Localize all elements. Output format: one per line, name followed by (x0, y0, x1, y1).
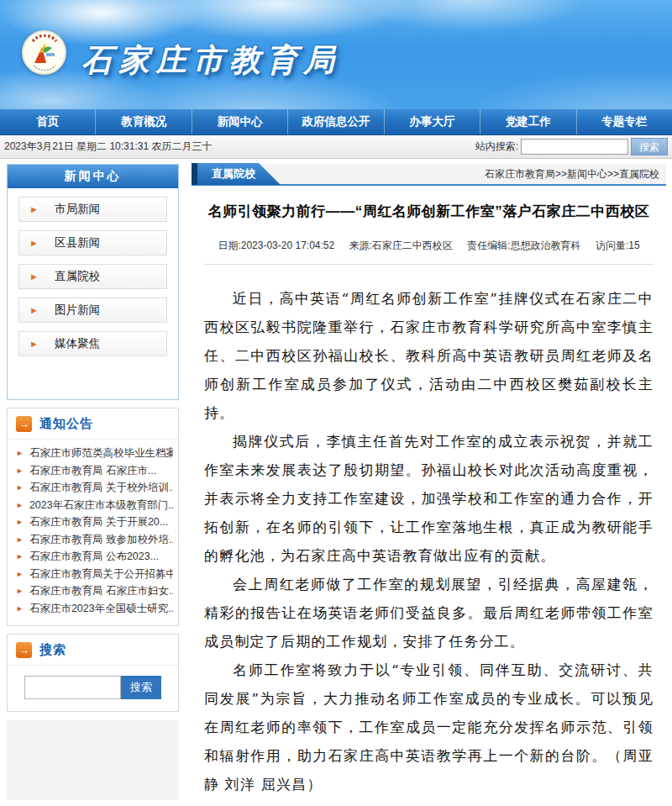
nav-item-gov-info[interactable]: 政府信息公开 (288, 109, 384, 134)
sidebar-filler (7, 720, 179, 800)
site-title: 石家庄市教育局 (81, 40, 340, 82)
breadcrumb-bar: 直属院校 石家庄市教育局>>新闻中心>>直属院校 (192, 164, 666, 186)
tab-affiliated-schools[interactable]: 直属院校 (192, 163, 281, 185)
sidebar-search-panel: 搜索 搜索 (7, 634, 179, 712)
date-bar: 2023年3月21日 星期二 10:31:31 农历二月三十 站内搜索: 搜索 (0, 135, 672, 159)
notice-item-label: 石家庄市教育局关于公开招募中小... (29, 566, 173, 583)
notices-title: 通知公告 (39, 416, 93, 432)
article-editor: 责任编辑:思想政治教育科 (467, 240, 580, 251)
notice-item[interactable]: 石家庄市教育局 关于开展20... (16, 514, 173, 531)
triangle-bullet-icon (16, 514, 24, 531)
main-nav: 首页 教育概况 新闻中心 政府信息公开 办事大厅 党建工作 专题专栏 (0, 109, 672, 135)
notice-item-label: 石家庄市2023年全国硕士研究... (29, 600, 173, 618)
notice-item[interactable]: 石家庄市教育局 石家庄市妇女... (16, 582, 173, 600)
notice-item-label: 石家庄市教育局 致参加校外培... (29, 531, 173, 549)
sidebar-search-button[interactable]: 搜索 (121, 676, 161, 699)
breadcrumb[interactable]: 石家庄市教育局>>新闻中心>>直属院校 (485, 167, 666, 182)
article-paragraph: 揭牌仪式后，李慎主任首先对工作室的成立表示祝贺，并就工作室未来发展表达了殷切期望… (204, 427, 654, 570)
arrow-right-icon (29, 305, 39, 315)
notice-item[interactable]: 石家庄市教育局 致参加校外培... (16, 531, 173, 549)
sidebar-item-affiliated-schools[interactable]: 直属院校 (18, 264, 167, 289)
main-panel: 直属院校 石家庄市教育局>>新闻中心>>直属院校 名师引领聚力前行——“周红名师… (192, 164, 666, 800)
triangle-bullet-icon (16, 479, 24, 497)
notice-item-label: 石家庄市教育局 关于校外培训... (29, 479, 173, 497)
notice-item-label: 石家庄市教育局 公布2023... (29, 548, 159, 566)
nav-item-overview[interactable]: 教育概况 (96, 109, 192, 134)
sidebar-search-row: 搜索 (24, 676, 178, 699)
triangle-bullet-icon (16, 462, 24, 480)
notice-item[interactable]: 石家庄市师范类高校毕业生档案邮... (16, 445, 173, 462)
sidebar: 新闻中心 市局新闻 区县新闻 直属院校 图片新闻 媒体聚焦 (7, 164, 179, 800)
arrow-right-icon (29, 238, 39, 248)
triangle-bullet-icon (16, 531, 24, 549)
arrow-right-icon (29, 271, 39, 282)
notice-item-label: 石家庄市师范类高校毕业生档案邮... (29, 445, 173, 462)
triangle-bullet-icon (16, 445, 24, 462)
sidebar-item-label: 区县新闻 (55, 235, 100, 250)
article-visits: 访问量:15 (596, 240, 640, 251)
arrow-right-icon (29, 204, 39, 214)
sidebar-item-label: 直属院校 (55, 269, 100, 284)
notice-item[interactable]: 石家庄市教育局 公布2023... (16, 548, 173, 566)
site-search-label: 站内搜索: (475, 140, 518, 154)
notice-item-label: 2023年石家庄市本级教育部门... (29, 497, 173, 514)
sidebar-item-county-news[interactable]: 区县新闻 (18, 230, 167, 255)
triangle-bullet-icon (16, 582, 24, 600)
orange-arrow-icon (16, 416, 32, 432)
triangle-bullet-icon (16, 548, 24, 566)
article-title: 名师引领聚力前行——“周红名师创新工作室”落户石家庄二中西校区 (204, 202, 654, 221)
article-meta: 日期:2023-03-20 17:04:52 来源:石家庄二中西校区 责任编辑:… (204, 239, 654, 265)
nav-item-special-topics[interactable]: 专题专栏 (577, 109, 672, 134)
notice-item-label: 石家庄市教育局 关于开展20... (29, 514, 168, 531)
nav-item-service-hall[interactable]: 办事大厅 (385, 109, 480, 134)
nav-item-home[interactable]: 首页 (0, 109, 96, 134)
article-paragraph: 名师工作室将致力于以“专业引领、同伴互助、交流研讨、共同发展”为宗旨，大力推动名… (204, 656, 654, 798)
sidebar-item-photo-news[interactable]: 图片新闻 (18, 298, 167, 323)
notice-item-label: 石家庄市教育局 石家庄市... (29, 462, 156, 480)
site-search-input[interactable] (521, 139, 628, 155)
notices-list: 石家庄市师范类高校毕业生档案邮... 石家庄市教育局 石家庄市... 石家庄市教… (8, 440, 178, 625)
news-center-title: 新闻中心 (8, 165, 178, 188)
datetime-text: 2023年3月21日 星期二 10:31:31 农历二月三十 (4, 140, 212, 154)
article-paragraph: 近日，高中英语“周红名师创新工作室”挂牌仪式在石家庄二中西校区弘毅书院隆重举行，… (204, 284, 654, 427)
triangle-bullet-icon (16, 566, 24, 583)
logo-emblem-icon (26, 34, 63, 71)
article-paragraph: 会上周红老师做了工作室的规划展望，引经据典，高屋建瓴，精彩的报告让在场英语老师们… (204, 570, 654, 656)
sidebar-item-media-focus[interactable]: 媒体聚焦 (18, 331, 167, 356)
orange-arrow-icon (16, 642, 32, 658)
notice-item[interactable]: 石家庄市教育局关于公开招募中小... (16, 566, 173, 583)
sidebar-item-label: 媒体聚焦 (55, 336, 100, 351)
sidebar-search-header: 搜索 (8, 635, 178, 666)
sidebar-item-label: 图片新闻 (55, 303, 100, 318)
article-date: 日期:2023-03-20 17:04:52 (218, 240, 334, 251)
triangle-bullet-icon (16, 497, 24, 514)
notice-item[interactable]: 石家庄市教育局 石家庄市... (16, 462, 173, 480)
notice-item-label: 石家庄市教育局 石家庄市妇女... (29, 582, 173, 600)
nav-item-party-work[interactable]: 党建工作 (480, 109, 576, 134)
article-body: 近日，高中英语“周红名师创新工作室”挂牌仪式在石家庄二中西校区弘毅书院隆重举行，… (204, 284, 654, 798)
site-search-button[interactable]: 搜索 (631, 138, 668, 155)
article: 名师引领聚力前行——“周红名师创新工作室”落户石家庄二中西校区 日期:2023-… (192, 186, 666, 806)
sidebar-search-title: 搜索 (39, 642, 66, 658)
sidebar-search-input[interactable] (24, 676, 121, 699)
notices-panel: 通知公告 石家庄市师范类高校毕业生档案邮... 石家庄市教育局 石家庄市... … (7, 408, 179, 626)
news-center-panel: 新闻中心 市局新闻 区县新闻 直属院校 图片新闻 媒体聚焦 (7, 164, 179, 400)
notice-item[interactable]: 石家庄市2023年全国硕士研究... (16, 600, 173, 618)
site-header: 石家庄市教育局 (0, 0, 672, 109)
sidebar-item-city-news[interactable]: 市局新闻 (18, 197, 167, 222)
site-logo-icon[interactable] (22, 30, 66, 75)
notice-item[interactable]: 2023年石家庄市本级教育部门... (16, 497, 173, 514)
article-source: 来源:石家庄二中西校区 (349, 240, 453, 251)
sidebar-item-label: 市局新闻 (55, 202, 100, 217)
notice-item[interactable]: 石家庄市教育局 关于校外培训... (16, 479, 173, 497)
arrow-right-icon (29, 339, 39, 349)
content-area: 新闻中心 市局新闻 区县新闻 直属院校 图片新闻 媒体聚焦 (0, 159, 672, 800)
triangle-bullet-icon (16, 600, 24, 618)
notices-header: 通知公告 (8, 408, 178, 440)
nav-item-news-center[interactable]: 新闻中心 (192, 109, 288, 134)
